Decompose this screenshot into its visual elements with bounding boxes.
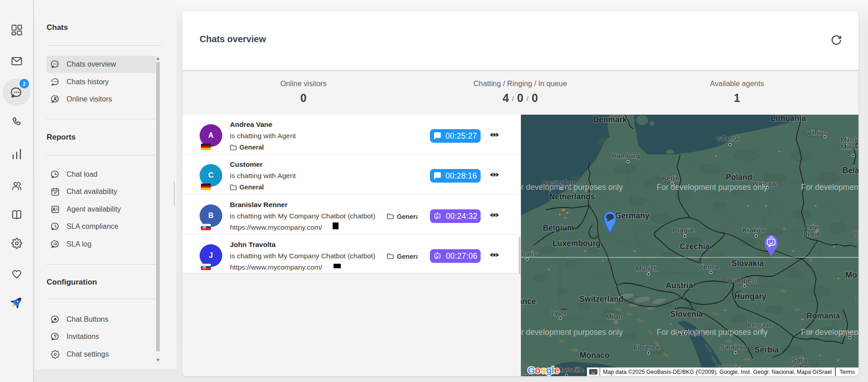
svg-text:Map data ©2025 GeoBasis-DE/BKG: Map data ©2025 GeoBasis-DE/BKG (©2009), … — [603, 369, 831, 375]
svg-text:Kraków: Kraków — [743, 226, 765, 234]
svg-text:Vienna: Vienna — [698, 263, 719, 271]
svg-text:Austria: Austria — [666, 281, 693, 290]
svg-text:Czechia: Czechia — [680, 242, 710, 251]
svg-text:Lyon: Lyon — [551, 309, 566, 316]
svg-text:Prague: Prague — [673, 226, 695, 234]
svg-text:Hungary: Hungary — [734, 292, 767, 301]
svg-text:Romania: Romania — [806, 311, 840, 320]
svg-text:Terms: Terms — [839, 369, 855, 375]
svg-text:For development purposes only: For development purposes only — [801, 328, 858, 337]
svg-text:C: C — [855, 295, 858, 302]
svg-text:Vilnius: Vilnius — [807, 129, 827, 136]
svg-text:Paris: Paris — [521, 250, 537, 257]
svg-text:Luxembourg: Luxembourg — [553, 239, 601, 248]
svg-text:Bi: Bi — [854, 236, 858, 242]
svg-text:Sarajevo: Sarajevo — [720, 343, 747, 351]
svg-text:Switzerland: Switzerland — [579, 295, 623, 304]
svg-text:Netherlands: Netherlands — [549, 192, 595, 201]
svg-text:rance: rance — [521, 297, 536, 306]
svg-text:Belgium: Belgium — [543, 223, 574, 232]
svg-text:Budapest: Budapest — [728, 276, 757, 284]
svg-text:Lithuania: Lithuania — [771, 115, 806, 123]
svg-text:Germany: Germany — [615, 211, 649, 220]
svg-text:Slovenia: Slovenia — [670, 309, 703, 319]
svg-text:Munich: Munich — [636, 265, 658, 272]
svg-text:Poland: Poland — [726, 173, 752, 182]
svg-text:Vi: Vi — [854, 230, 858, 237]
svg-text:Milan: Milan — [606, 313, 622, 320]
svg-text:Mo: Mo — [845, 271, 857, 280]
svg-text:Florence: Florence — [634, 343, 660, 351]
svg-text:Slovakia: Slovakia — [731, 259, 763, 268]
svg-text:For development purposes only: For development purposes only — [521, 328, 623, 337]
svg-text:Marseille: Marseille — [557, 366, 584, 373]
svg-text:Serbia: Serbia — [754, 345, 779, 354]
svg-text:Hamburg: Hamburg — [612, 152, 640, 160]
svg-text:Denmark: Denmark — [593, 115, 627, 124]
svg-text:For development purposes only: For development purposes only — [801, 183, 858, 192]
svg-text:Berlin: Berlin — [662, 174, 679, 182]
svg-text:For development purposes only: For development purposes only — [657, 183, 768, 192]
svg-text:Monaco: Monaco — [580, 351, 610, 360]
svg-text:Львів: Львів — [803, 230, 820, 238]
svg-text:For development purposes only: For development purposes only — [657, 328, 768, 337]
svg-text:Google: Google — [528, 365, 559, 375]
svg-text:Lviv: Lviv — [806, 223, 818, 231]
svg-text:For development purposes only: For development purposes only — [521, 183, 623, 192]
svg-text:Bela: Bela — [843, 166, 858, 175]
svg-text:Gdańsk: Gdańsk — [716, 135, 739, 142]
svg-text:Мінск: Мінск — [841, 143, 858, 150]
